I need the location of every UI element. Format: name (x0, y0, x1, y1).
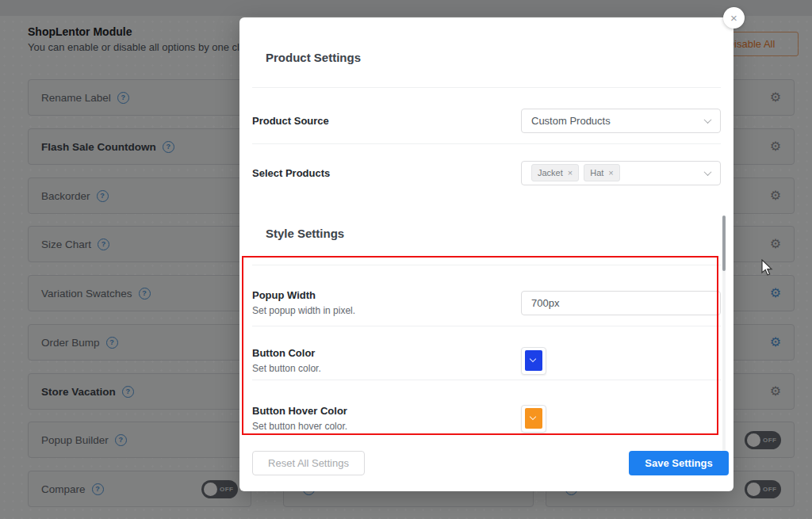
popup-width-row: Popup Width Set popup width in pixel. 70… (252, 279, 721, 326)
style-settings-section-header: Style Settings (252, 216, 721, 250)
select-products-row: Select Products Jacket × Hat × (252, 145, 721, 200)
selected-product-tag[interactable]: Hat × (584, 164, 620, 181)
chevron-down-icon (530, 356, 536, 362)
product-settings-section-header: Product Settings (252, 41, 721, 73)
popup-width-desc: Set popup width in pixel. (252, 305, 355, 316)
button-color-desc: Set button color. (252, 363, 321, 374)
style-settings-title: Style Settings (266, 227, 344, 240)
button-hover-color-picker[interactable] (521, 405, 546, 433)
divider (252, 87, 721, 88)
divider (252, 143, 721, 144)
popup-width-label: Popup Width (252, 289, 355, 301)
modal-scrollbar-thumb[interactable] (722, 216, 726, 271)
reset-all-settings-button[interactable]: Reset All Settings (252, 451, 365, 475)
product-source-row: Product Source Custom Products (252, 96, 721, 145)
button-color-label: Button Color (252, 347, 321, 359)
button-color-swatch (525, 350, 542, 371)
product-source-select[interactable]: Custom Products (521, 109, 721, 133)
chevron-down-icon (704, 116, 712, 124)
reset-label: Reset All Settings (268, 457, 349, 469)
popup-width-value: 700px (531, 297, 559, 309)
module-settings-modal: × Product Settings Product Source Custom… (239, 17, 733, 491)
product-source-value: Custom Products (531, 115, 611, 127)
mouse-cursor (761, 259, 774, 280)
button-color-row: Button Color Set button color. (252, 336, 721, 385)
button-hover-color-row: Button Hover Color Set button hover colo… (252, 394, 721, 443)
screen: ShopLentor Module You can enable or disa… (0, 0, 812, 519)
tag-label: Hat (590, 168, 603, 177)
save-settings-button[interactable]: Save Settings (629, 451, 729, 475)
tag-label: Jacket (538, 168, 563, 177)
remove-tag-icon[interactable]: × (568, 169, 573, 177)
button-color-picker[interactable] (521, 347, 546, 375)
divider (252, 380, 721, 380)
button-hover-color-label: Button Hover Color (252, 405, 347, 417)
divider (252, 326, 721, 326)
save-label: Save Settings (645, 457, 712, 469)
button-hover-color-swatch (525, 408, 542, 429)
close-icon: × (730, 12, 737, 24)
remove-tag-icon[interactable]: × (608, 169, 613, 177)
product-source-label: Product Source (252, 115, 329, 127)
product-settings-title: Product Settings (266, 51, 361, 64)
chevron-down-icon (530, 414, 536, 420)
select-products-multiselect[interactable]: Jacket × Hat × (521, 161, 721, 185)
divider (252, 265, 721, 265)
chevron-down-icon (704, 168, 712, 176)
select-products-label: Select Products (252, 167, 330, 179)
selected-product-tag[interactable]: Jacket × (531, 164, 579, 181)
close-button[interactable]: × (723, 7, 745, 29)
popup-width-input[interactable]: 700px (521, 291, 721, 315)
button-hover-color-desc: Set button hover color. (252, 421, 347, 432)
